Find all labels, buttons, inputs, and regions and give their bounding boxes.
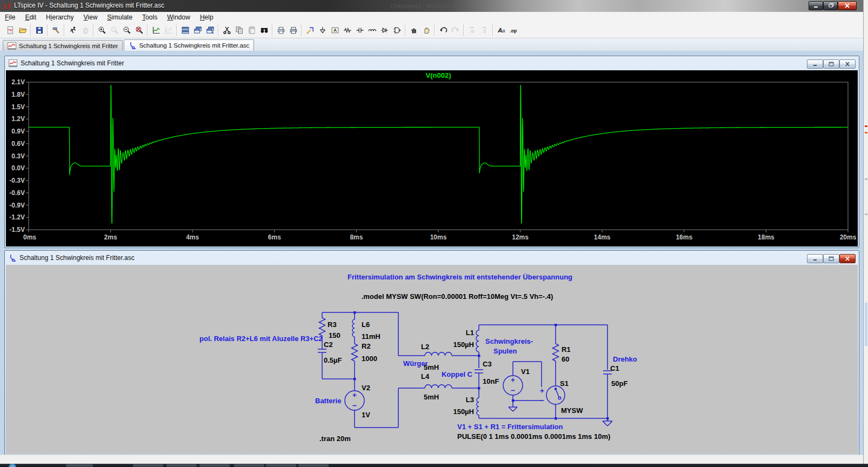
comment-koppel-c: Koppel C xyxy=(442,370,473,378)
schematic-canvas[interactable]: Frittersimulation am Schwingkreis mit en… xyxy=(6,265,858,454)
start-button[interactable] xyxy=(9,464,16,467)
resistor-r3[interactable] xyxy=(319,318,325,336)
minimize-button[interactable] xyxy=(807,59,823,69)
label-c2-value: 0.5µF xyxy=(324,356,342,364)
label-l1: L1 xyxy=(466,329,474,337)
tile-windows-icon[interactable] xyxy=(179,24,191,37)
redo-icon[interactable] xyxy=(449,24,462,37)
label-v2: V2 xyxy=(362,384,370,392)
windows-taskbar[interactable] xyxy=(0,464,868,467)
zoom-out-icon[interactable] xyxy=(121,24,133,37)
taskbar-button[interactable] xyxy=(234,464,264,467)
trace-vn002[interactable] xyxy=(29,85,848,223)
minimize-button[interactable] xyxy=(809,1,823,10)
y-tick-label: 2.1V xyxy=(11,78,25,86)
component-icon[interactable] xyxy=(391,24,403,37)
zoom-in-icon[interactable] xyxy=(96,24,108,37)
halt-icon[interactable] xyxy=(79,24,91,37)
minimize-button[interactable] xyxy=(807,254,823,263)
toolbar-group xyxy=(148,24,176,37)
zoom-extents-icon[interactable] xyxy=(133,24,145,37)
comment-relais: pol. Relais R2+L6 mit Aluzelle R3+C2 xyxy=(199,335,323,343)
taskbar-button[interactable] xyxy=(166,464,197,467)
run-icon[interactable] xyxy=(66,24,79,37)
inductor-l6[interactable] xyxy=(352,319,355,337)
label-s1: S1 xyxy=(560,379,569,388)
resistor-icon[interactable] xyxy=(341,24,353,37)
inductor-l2[interactable] xyxy=(425,352,452,356)
y-tick-label: 0.9V xyxy=(11,128,25,135)
tab-waveform[interactable]: Schaltung 1 Schwingkreis mit Fritter xyxy=(3,40,123,51)
maximize-button[interactable] xyxy=(823,254,839,263)
toolbar-group xyxy=(94,24,147,37)
label-r2: R2 xyxy=(362,342,371,350)
net-label-icon[interactable]: A xyxy=(329,24,341,37)
maximize-button[interactable] xyxy=(823,59,839,69)
autorange-y-icon[interactable] xyxy=(150,24,162,37)
mark-e3-icon[interactable]: 3 xyxy=(478,24,491,37)
menu-view[interactable]: View xyxy=(79,12,103,22)
menu-window[interactable]: Window xyxy=(162,12,195,22)
label-l3: L3 xyxy=(466,396,474,404)
schematic-icon xyxy=(129,42,136,49)
save-icon[interactable] xyxy=(33,24,45,37)
close-button[interactable] xyxy=(838,1,857,10)
restore-button[interactable] xyxy=(823,1,838,10)
capacitor-icon[interactable] xyxy=(353,24,366,37)
taskbar-button[interactable] xyxy=(133,464,163,467)
inductor-l3[interactable] xyxy=(477,398,479,415)
menu-edit[interactable]: Edit xyxy=(20,12,41,22)
inductor-l4[interactable] xyxy=(425,385,452,388)
close-icon[interactable] xyxy=(839,254,856,263)
zoom-pan-icon[interactable] xyxy=(108,24,121,37)
inductor-l1[interactable] xyxy=(476,330,479,352)
diode-icon[interactable] xyxy=(378,24,391,37)
resistor-r1[interactable] xyxy=(553,344,559,361)
find-icon[interactable] xyxy=(258,24,270,37)
paste-icon[interactable] xyxy=(245,24,258,37)
tab-schematic[interactable]: Schaltung 1 Schwingkreis mit Fritter.asc xyxy=(124,39,254,51)
arrange-windows-icon[interactable] xyxy=(204,24,216,37)
label-c2: C2 xyxy=(324,341,333,349)
comment-schwingkreis-2: Spulen xyxy=(493,347,517,355)
taskbar-button[interactable] xyxy=(199,464,230,467)
toolbar-group xyxy=(219,24,272,37)
label-r1-value: 60 xyxy=(562,355,569,363)
menu-hierarchy[interactable]: Hierarchy xyxy=(41,12,78,22)
toolbar-group xyxy=(177,24,218,37)
resistor-r2[interactable] xyxy=(352,344,358,361)
open-icon[interactable] xyxy=(16,24,29,37)
wire-icon[interactable] xyxy=(304,24,316,37)
label-l2: L2 xyxy=(421,343,429,351)
spice-directive-icon[interactable]: .op xyxy=(508,24,520,37)
cut-icon[interactable] xyxy=(221,24,233,37)
control-panel-icon[interactable] xyxy=(50,24,62,37)
taskbar-button[interactable] xyxy=(298,464,329,467)
waveform-plot-area[interactable]: 2.1V1.8V1.5V1.2V0.9V0.6V0.3V0.0V-0.3V-0.… xyxy=(6,70,858,246)
drag-icon[interactable] xyxy=(408,24,420,37)
inductor-icon[interactable] xyxy=(366,24,378,37)
menu-simulate[interactable]: Simulate xyxy=(102,12,137,22)
menu-file[interactable]: File xyxy=(0,12,20,22)
print-preview-icon[interactable] xyxy=(275,24,287,37)
menu-tools[interactable]: Tools xyxy=(137,12,162,22)
background-mark xyxy=(865,303,867,346)
taskbar-button[interactable] xyxy=(66,464,93,467)
mark-em-icon[interactable]: m xyxy=(466,24,478,37)
print-icon[interactable] xyxy=(287,24,299,37)
close-icon[interactable] xyxy=(839,59,856,69)
y-tick-label: 1.8V xyxy=(11,91,25,98)
label-r3-value: 150 xyxy=(329,331,340,339)
menu-help[interactable]: Help xyxy=(195,12,218,22)
cascade-windows-icon[interactable] xyxy=(191,24,204,37)
move-icon[interactable] xyxy=(420,24,432,37)
taskbar-button[interactable] xyxy=(266,464,296,467)
text-icon[interactable]: Aa xyxy=(495,24,508,37)
ground-icon[interactable] xyxy=(316,24,329,37)
new-schematic-icon[interactable] xyxy=(4,24,16,37)
plot-settings-icon[interactable] xyxy=(162,24,175,37)
undo-icon[interactable] xyxy=(437,24,449,37)
copy-icon[interactable] xyxy=(233,24,245,37)
trace-label[interactable]: V(n002) xyxy=(426,71,451,79)
switch-contact xyxy=(558,397,561,399)
